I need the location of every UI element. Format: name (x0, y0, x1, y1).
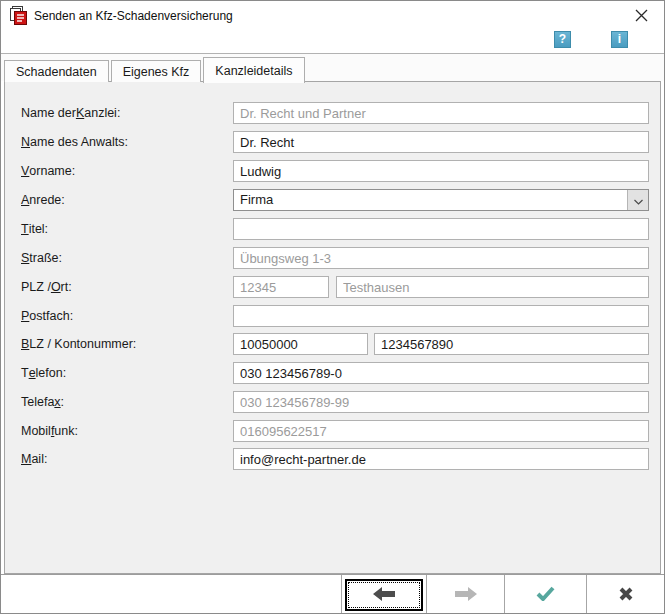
titlebar: Senden an Kfz-Schadenversicherung (1, 1, 664, 31)
anwalt-name-label: Name des Anwalts: (21, 131, 128, 153)
info-icon: i (618, 32, 621, 46)
form-row: Telefon: (21, 362, 649, 384)
tab-label: Eigenes Kfz (123, 65, 190, 79)
combobox-dropdown-button[interactable] (627, 190, 648, 210)
confirm-button[interactable] (536, 586, 555, 604)
form-row: Anrede: Firma (21, 189, 649, 211)
form-row: Straße: (21, 247, 649, 269)
form-row: Mail: (21, 448, 649, 470)
arrow-right-icon (455, 587, 477, 604)
back-button[interactable] (345, 579, 423, 611)
ort-field (336, 276, 649, 298)
plz-field (233, 276, 329, 298)
check-icon (536, 586, 555, 604)
mail-field[interactable] (233, 448, 649, 470)
cancel-button[interactable] (619, 587, 633, 604)
form-row: PLZ / Ort: (21, 276, 649, 298)
mail-label: Mail: (21, 448, 47, 470)
window-close-button[interactable] (620, 3, 662, 31)
postfach-field[interactable] (233, 305, 649, 327)
window-title: Senden an Kfz-Schadenversicherung (34, 1, 233, 31)
anrede-label: Anrede: (21, 189, 65, 211)
footer-cell (586, 575, 664, 614)
tabstrip: Schadendaten Eigenes Kfz Kanzleidetails (4, 56, 307, 82)
document-stack-icon (8, 6, 28, 26)
question-mark-icon: ? (559, 32, 566, 46)
anrede-selected-value: Firma (240, 190, 273, 210)
mobilfunk-label: Mobilfunk: (21, 420, 78, 442)
form-row: Titel: (21, 218, 649, 240)
footer-cell (504, 575, 586, 614)
tab-label: Kanzleidetails (215, 64, 292, 78)
mobilfunk-field (233, 420, 649, 442)
kontonummer-field[interactable] (374, 333, 649, 355)
close-icon (635, 9, 648, 25)
form-row: Postfach: (21, 305, 649, 327)
footer-cell (341, 575, 426, 614)
footer-button-bar (1, 574, 664, 614)
kanzleidetails-panel (4, 81, 661, 574)
form-row: Name der Kanzlei: (21, 102, 649, 124)
postfach-label: Postfach: (21, 305, 73, 327)
titel-field[interactable] (233, 218, 649, 240)
anwalt-name-field[interactable] (233, 131, 649, 153)
blz-field[interactable] (233, 333, 368, 355)
telefax-field (233, 391, 649, 413)
info-button[interactable]: i (611, 31, 628, 48)
tab-kanzleidetails[interactable]: Kanzleidetails (203, 57, 304, 83)
kanzlei-name-label: Name der Kanzlei: (21, 102, 120, 124)
blz-konto-label: BLZ / Kontonummer: (21, 333, 136, 355)
form-row: Vorname: (21, 160, 649, 182)
strasse-label: Straße: (21, 247, 62, 269)
kanzlei-name-field (233, 102, 649, 124)
telefon-field[interactable] (233, 362, 649, 384)
telefon-label: Telefon: (21, 362, 66, 384)
telefax-label: Telefax: (21, 391, 64, 413)
tab-label: Schadendaten (16, 65, 97, 79)
cross-icon (619, 587, 633, 604)
plz-ort-label: PLZ / Ort: (21, 276, 72, 298)
form-row: BLZ / Kontonummer: (21, 333, 649, 355)
vorname-field[interactable] (233, 160, 649, 182)
form-row: Telefax: (21, 391, 649, 413)
vorname-label: Vorname: (21, 160, 75, 182)
form-row: Name des Anwalts: (21, 131, 649, 153)
help-button[interactable]: ? (554, 31, 571, 48)
footer-cell (426, 575, 504, 614)
strasse-field (233, 247, 649, 269)
forward-button (455, 587, 477, 604)
kfz-schadenversicherung-dialog: Senden an Kfz-Schadenversicherung ? i Sc… (0, 0, 665, 614)
tab-eigenes-kfz[interactable]: Eigenes Kfz (111, 60, 202, 82)
form-row: Mobilfunk: (21, 420, 649, 442)
anrede-combobox[interactable]: Firma (233, 189, 649, 211)
tab-schadendaten[interactable]: Schadendaten (4, 60, 109, 82)
titel-label: Titel: (21, 218, 48, 240)
chevron-down-icon (634, 191, 643, 209)
arrow-left-icon (373, 587, 395, 604)
